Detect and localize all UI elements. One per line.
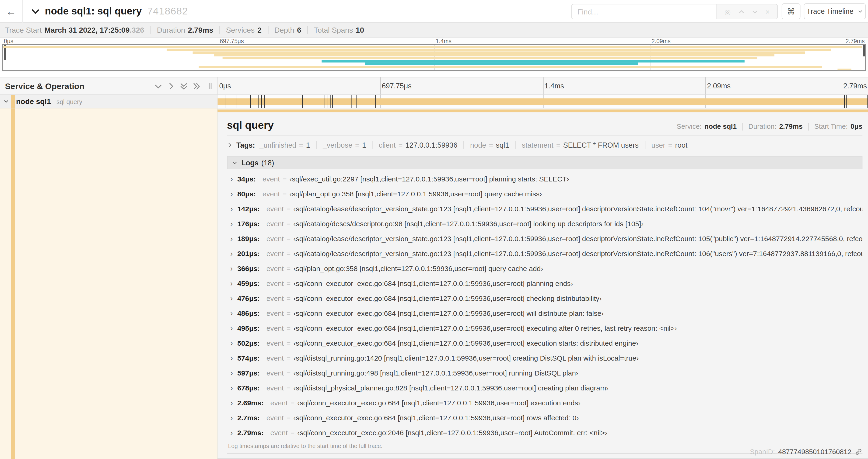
log-field-key: event bbox=[267, 204, 284, 213]
chevron-right-icon: › bbox=[230, 234, 233, 243]
log-entry[interactable]: ›486μs:event=‹sql/conn_executor_exec.go:… bbox=[227, 306, 863, 321]
log-entry[interactable]: ›597μs:event=‹sql/distsql_running.go:498… bbox=[227, 365, 863, 381]
meta-value: node sql1 bbox=[705, 123, 737, 130]
log-field-value: ‹sql/conn_executor_exec.go:2046 [nsql1,c… bbox=[297, 429, 607, 437]
log-entry[interactable]: ›502μs:event=‹sql/conn_executor_exec.go:… bbox=[227, 336, 863, 351]
log-tick bbox=[225, 95, 225, 108]
log-entry[interactable]: ›176μs:event=‹sql/catalog/descs/descript… bbox=[227, 216, 863, 231]
log-field-value: ‹sql/conn_executor_exec.go:684 [nsql1,cl… bbox=[293, 294, 601, 302]
span-detail-meta: Service:node sql1Duration:2.79msStart Ti… bbox=[677, 123, 862, 132]
chevron-down-icon bbox=[232, 160, 238, 165]
log-entry[interactable]: ›34μs:event=‹sql/exec_util.go:2297 [nsql… bbox=[227, 171, 863, 186]
log-field-key: event bbox=[267, 384, 284, 392]
span-row-name-cell[interactable]: node sql1 sql query bbox=[0, 95, 217, 108]
log-timestamp: 476μs: bbox=[237, 294, 260, 302]
trace-stats-bar: Trace StartMarch 31 2022, 17:25:09.326Du… bbox=[0, 23, 868, 38]
log-timestamp: 142μs: bbox=[237, 204, 260, 213]
divider bbox=[316, 141, 317, 149]
minimap-canvas[interactable] bbox=[2, 44, 866, 71]
column-resizer-handle[interactable] bbox=[209, 83, 212, 89]
log-entry[interactable]: ›495μs:event=‹sql/conn_executor_exec.go:… bbox=[227, 321, 863, 336]
keyboard-shortcuts-button[interactable]: ⌘ bbox=[782, 3, 801, 19]
trace-page: ← node sql1: sql query 7418682 ◎ × bbox=[0, 0, 868, 459]
tag-equals: = bbox=[556, 141, 560, 149]
log-tick bbox=[236, 95, 236, 108]
log-entry[interactable]: ›2.7ms:event=‹sql/conn_executor_exec.go:… bbox=[227, 410, 863, 425]
log-tick bbox=[846, 95, 847, 108]
chevron-right-icon: › bbox=[230, 324, 233, 332]
chevron-right-icon: › bbox=[230, 353, 233, 362]
span-collapse-chevron-down-icon[interactable] bbox=[3, 99, 9, 104]
logs-header[interactable]: Logs (18) bbox=[227, 156, 863, 169]
log-equals: = bbox=[286, 294, 291, 302]
span-detail-section: sql query Service:node sql1Duration:2.79… bbox=[0, 108, 868, 459]
divider bbox=[808, 123, 809, 130]
log-tick bbox=[334, 95, 335, 108]
log-field-value: ‹sql/conn_executor_exec.go:684 [nsql1,cl… bbox=[293, 339, 638, 347]
trace-view-dropdown[interactable]: Trace Timeline bbox=[804, 3, 866, 19]
log-field-key: event bbox=[267, 249, 284, 258]
top-bar: ← node sql1: sql query 7418682 ◎ × bbox=[0, 0, 868, 23]
axis-label: 697.75μs bbox=[382, 82, 412, 90]
link-icon[interactable] bbox=[855, 448, 862, 456]
logs-accordion: Logs (18) ›34μs:event=‹sql/exec_util.go:… bbox=[227, 156, 863, 454]
chevron-right-icon: › bbox=[230, 413, 233, 422]
log-entry[interactable]: ›678μs:event=‹sql/distsql_physical_plann… bbox=[227, 381, 863, 395]
expand-one-chevron-right-icon[interactable] bbox=[167, 82, 175, 90]
log-field-key: event bbox=[267, 339, 284, 347]
minimap-right-drag-handle[interactable] bbox=[863, 45, 865, 57]
tag-key: user bbox=[651, 141, 665, 149]
log-entry[interactable]: ›366μs:event=‹sql/plan_opt.go:358 [nsql1… bbox=[227, 261, 863, 276]
log-entry[interactable]: ›142μs:event=‹sql/catalog/lease/descript… bbox=[227, 201, 863, 216]
collapse-one-chevron-down-icon[interactable] bbox=[154, 82, 162, 90]
chevron-right-icon: › bbox=[230, 249, 233, 258]
chevron-right-icon: › bbox=[230, 428, 233, 437]
axis-label: 0μs bbox=[4, 38, 13, 44]
log-entry[interactable]: ›189μs:event=‹sql/catalog/lease/descript… bbox=[227, 231, 863, 246]
log-field-value: ‹sql/plan_opt.go:358 [nsql1,client=127.0… bbox=[293, 264, 543, 273]
log-equals: = bbox=[283, 175, 287, 183]
tag-equals: = bbox=[398, 141, 403, 149]
next-result-chevron-down-icon[interactable] bbox=[752, 9, 758, 15]
span-duration-bar[interactable] bbox=[217, 98, 868, 105]
minimap-axis: 0μs697.75μs1.4ms2.09ms2.79ms bbox=[2, 38, 866, 44]
log-tick bbox=[331, 95, 331, 108]
divider bbox=[645, 141, 645, 149]
log-entry[interactable]: ›459μs:event=‹sql/conn_executor_exec.go:… bbox=[227, 276, 863, 291]
locate-icon[interactable]: ◎ bbox=[724, 8, 731, 15]
log-tick bbox=[333, 95, 333, 108]
log-entry[interactable]: ›574μs:event=‹sql/distsql_running.go:142… bbox=[227, 351, 863, 365]
log-entry[interactable]: ›2.79ms:event=‹sql/conn_executor_exec.go… bbox=[227, 425, 863, 440]
find-input[interactable] bbox=[572, 4, 716, 19]
span-row-timeline[interactable] bbox=[217, 95, 868, 108]
log-entry[interactable]: ›80μs:event=‹sql/plan_opt.go:358 [nsql1,… bbox=[227, 186, 863, 201]
log-rows: ›34μs:event=‹sql/exec_util.go:2297 [nsql… bbox=[227, 169, 863, 440]
stat-label: Depth bbox=[274, 26, 294, 34]
log-equals: = bbox=[290, 399, 295, 407]
prev-result-chevron-up-icon[interactable] bbox=[738, 9, 744, 15]
log-entry[interactable]: ›2.69ms:event=‹sql/conn_executor_exec.go… bbox=[227, 395, 863, 410]
log-equals: = bbox=[286, 204, 291, 213]
chevron-right-icon: › bbox=[230, 219, 233, 228]
tags-accordion[interactable]: Tags: _unfinished=1_verbose=1client=127.… bbox=[227, 139, 688, 151]
log-tick bbox=[258, 95, 258, 108]
chevron-right-icon: › bbox=[230, 308, 233, 318]
clear-find-close-icon[interactable]: × bbox=[766, 8, 770, 15]
tag-key: client bbox=[379, 141, 396, 149]
log-field-value: ‹sql/catalog/lease/descriptor_version_st… bbox=[293, 249, 862, 258]
chevron-right-icon: › bbox=[230, 368, 233, 377]
chevron-right-icon: › bbox=[230, 174, 233, 183]
tag-pill: client=127.0.0.1:59936 bbox=[379, 141, 458, 149]
collapse-all-double-chevron-down-icon[interactable] bbox=[180, 82, 188, 90]
log-entry[interactable]: ›201μs:event=‹sql/catalog/lease/descript… bbox=[227, 246, 863, 261]
collapse-trace-chevron-down-icon[interactable] bbox=[31, 7, 40, 15]
log-entry[interactable]: ›476μs:event=‹sql/conn_executor_exec.go:… bbox=[227, 291, 863, 306]
tag-pill: node=sql1 bbox=[470, 141, 509, 149]
back-button[interactable]: ← bbox=[0, 0, 23, 23]
command-icon: ⌘ bbox=[787, 6, 795, 16]
log-equals: = bbox=[286, 354, 291, 362]
log-field-key: event bbox=[267, 279, 284, 288]
log-tick bbox=[302, 95, 303, 108]
expand-all-double-chevron-right-icon[interactable] bbox=[193, 82, 200, 90]
span-id-row: SpanID: 4877749850101760812 bbox=[750, 448, 862, 456]
